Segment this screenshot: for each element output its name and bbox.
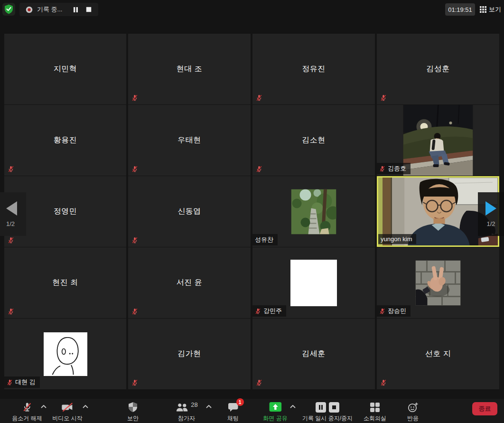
muted-mic-icon — [256, 94, 262, 101]
share-screen-icon — [269, 402, 281, 412]
triangle-left-icon — [6, 201, 17, 216]
participant-name-label: 김종호 — [377, 163, 411, 174]
participant-name: 성유찬 — [255, 235, 273, 244]
tile-hyunjin-choi[interactable]: 현진 최 — [4, 247, 126, 318]
muted-mic-icon — [256, 379, 262, 386]
reactions-smiley-icon — [407, 402, 419, 413]
security-label: 보안 — [127, 414, 139, 423]
participant-name: 장승민 — [388, 307, 406, 315]
security-shield-icon — [128, 402, 138, 413]
participants-icon — [175, 402, 188, 413]
breakout-rooms-icon — [370, 402, 380, 413]
muted-mic-icon — [255, 308, 261, 314]
participant-name: 강민주 — [263, 307, 282, 315]
triangle-right-icon — [485, 201, 496, 216]
tile-kimgahyun[interactable]: 김가현 — [128, 319, 251, 389]
tile-kimsehoon[interactable]: 김세훈 — [252, 319, 375, 389]
tile-seojin-yoon[interactable]: 서진 윤 — [128, 247, 251, 318]
participant-name: 우태현 — [128, 105, 251, 176]
tile-kangminju[interactable]: 강민주 — [252, 247, 375, 318]
breakout-rooms-button[interactable]: 소회의실 — [364, 401, 386, 423]
record-pause-stop-label: 기록 일시 중지/중지 — [302, 414, 353, 423]
participant-name: 현진 최 — [4, 247, 126, 318]
muted-mic-icon — [256, 166, 262, 172]
muted-mic-icon — [131, 379, 138, 386]
meeting-timer: 01:19:51 — [445, 3, 475, 16]
tile-wootaehyun[interactable]: 우태현 — [128, 105, 251, 176]
view-button[interactable]: 보기 — [478, 4, 503, 15]
muted-mic-icon — [380, 379, 387, 386]
tile-jiminhyuk[interactable]: 지민혁 — [4, 34, 126, 104]
muted-mic-icon — [7, 379, 13, 385]
shield-check-icon — [4, 4, 13, 14]
pause-recording-icon[interactable] — [71, 5, 80, 14]
unmute-button[interactable]: 음소거 해제 — [12, 401, 42, 423]
unmute-label: 음소거 해제 — [12, 414, 42, 423]
chat-button[interactable]: 1 채팅 — [227, 401, 239, 423]
participant-name: 황용진 — [4, 105, 126, 176]
participant-name: 정유진 — [252, 34, 375, 104]
muted-mic-icon — [8, 237, 14, 244]
participant-avatar — [416, 260, 461, 305]
muted-mic-icon — [8, 308, 14, 315]
participant-name-label: 성유찬 — [252, 234, 278, 245]
participant-name: 김세훈 — [252, 319, 375, 389]
reactions-button[interactable]: 반응 — [407, 401, 419, 423]
participant-name-label: 장승민 — [377, 305, 411, 317]
participant-name: 서진 윤 — [128, 247, 251, 318]
tile-kimsunghoon[interactable]: 김성훈 — [377, 34, 499, 104]
end-meeting-button[interactable]: 종료 — [472, 402, 497, 415]
participant-name: 선호 지 — [377, 319, 499, 389]
record-dot-icon — [25, 6, 33, 14]
stop-recording-icon[interactable] — [329, 402, 339, 413]
start-video-button[interactable]: 비디오 시작 — [52, 401, 82, 423]
record-pause-stop-button[interactable]: 기록 일시 중지/중지 — [302, 401, 353, 423]
tile-jungyujin[interactable]: 정유진 — [252, 34, 375, 104]
stop-recording-icon[interactable] — [84, 5, 93, 14]
grid-view-icon — [480, 6, 486, 13]
participant-name: 김성훈 — [377, 34, 499, 104]
muted-mic-icon — [379, 308, 385, 314]
tile-sungyuchan[interactable]: 성유찬 — [252, 176, 375, 247]
participant-name: 대현 김 — [15, 378, 36, 386]
previous-page-button[interactable]: 1/2 — [0, 192, 26, 236]
muted-mic-icon — [131, 166, 138, 172]
mic-muted-icon — [22, 402, 32, 413]
participant-name: 신동엽 — [128, 176, 251, 247]
participant-name: 현대 조 — [128, 34, 251, 104]
participant-name: 김가현 — [128, 319, 251, 389]
pause-recording-icon[interactable] — [316, 402, 326, 413]
tile-jangseungmin[interactable]: 장승민 — [377, 247, 499, 318]
participants-options-caret[interactable] — [206, 405, 212, 408]
chat-unread-badge: 1 — [236, 398, 244, 406]
meeting-topbar: 기록 중... 01:19:51 보기 — [0, 0, 504, 19]
security-button[interactable]: 보안 — [127, 401, 139, 423]
page-indicator: 1/2 — [6, 220, 15, 227]
participant-name: yungon kim — [381, 235, 412, 243]
tile-hyundae-jo[interactable]: 현대 조 — [128, 34, 251, 104]
tile-sunho-ji[interactable]: 선호 지 — [377, 319, 499, 389]
tile-kimjongho[interactable]: 김종호 — [377, 105, 499, 176]
participants-button[interactable]: 28 참가자 — [175, 401, 197, 423]
participant-name: 김소현 — [252, 105, 375, 176]
participant-name-label: 대현 김 — [4, 376, 40, 388]
muted-mic-icon — [131, 308, 138, 315]
share-screen-button[interactable]: 화면 공유 — [263, 401, 287, 423]
audio-options-caret[interactable] — [41, 405, 47, 408]
sketch-face-drawing — [44, 332, 87, 376]
tile-daehyun-kim[interactable]: 대현 김 — [4, 319, 126, 389]
tile-shindongyeop[interactable]: 신동엽 — [128, 176, 251, 247]
muted-mic-icon — [379, 166, 385, 172]
participant-avatar — [44, 332, 87, 376]
participant-name-label: 강민주 — [252, 305, 286, 317]
start-video-label: 비디오 시작 — [52, 414, 82, 423]
tile-kimsohyun[interactable]: 김소현 — [252, 105, 375, 176]
view-label: 보기 — [489, 5, 501, 14]
video-options-caret[interactable] — [83, 405, 88, 408]
security-shield-badge[interactable] — [2, 3, 15, 16]
next-page-button[interactable]: 1/2 — [478, 192, 504, 236]
page-indicator: 1/2 — [486, 220, 495, 227]
chat-label: 채팅 — [227, 414, 239, 423]
share-options-caret[interactable] — [290, 405, 296, 408]
tile-hwangyongjin[interactable]: 황용진 — [4, 105, 126, 176]
